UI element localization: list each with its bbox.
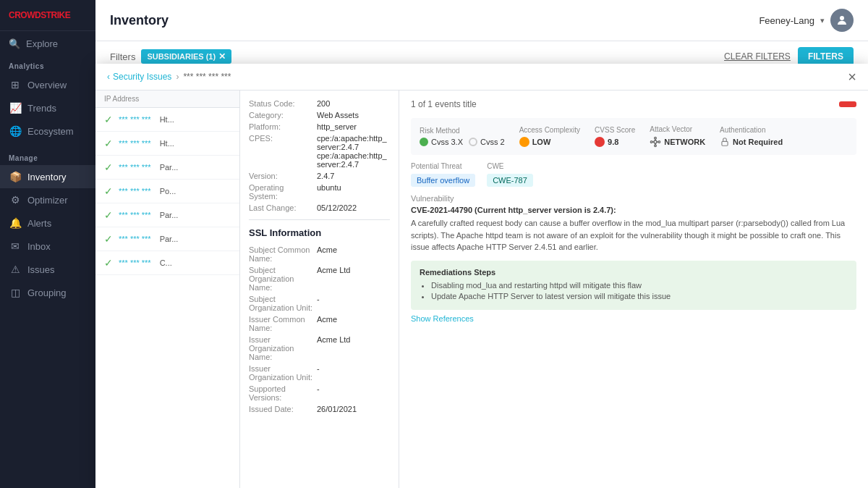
modal-security-panel: 1 of 1 events title Risk Method Cvss 3.X — [399, 91, 868, 488]
cvss3x-option[interactable]: Cvss 3.X — [420, 138, 463, 146]
subject-cn-label: Subject Common Name: — [249, 245, 314, 263]
chip-text: SUBSIDIARIES (1) — [147, 52, 216, 61]
potential-threat-group: Potential Threat Buffer overflow — [411, 162, 475, 187]
check-circle-icon: ✓ — [104, 138, 113, 149]
chip-close-icon[interactable]: ✕ — [218, 51, 226, 62]
ip-value: *** *** *** — [119, 115, 151, 124]
analytics-section-label: Analytics — [0, 56, 95, 73]
modal-list-item[interactable]: ✓ *** *** *** Par... — [95, 203, 239, 227]
red-action-button[interactable] — [839, 101, 856, 107]
access-value: LOW — [519, 137, 580, 147]
supported-versions-row: Supported Versions: - — [249, 384, 390, 402]
risk-method-item: Risk Method Cvss 3.X Cvss 2 — [420, 127, 505, 146]
cvss-score-value: 9.8 — [595, 137, 635, 147]
subject-org-label: Subject Organization Name: — [249, 266, 314, 292]
modal-close-icon[interactable]: × — [848, 70, 856, 84]
ecosystem-label: Ecosystem — [27, 126, 74, 137]
security-top-bar: 1 of 1 events title — [411, 99, 856, 109]
issuer-org-unit-val: - — [317, 364, 390, 382]
modal-list-item[interactable]: ✓ *** *** *** Po... — [95, 180, 239, 203]
alerts-label: Alerts — [27, 218, 51, 229]
os-row: Operating System: ubuntu — [249, 183, 390, 201]
modal-list-item[interactable]: ✓ *** *** *** C... — [95, 251, 239, 275]
auth-icon — [720, 137, 730, 147]
breadcrumb-separator: › — [176, 72, 179, 82]
issued-date-row: Issued Date: 26/01/2021 — [249, 405, 390, 413]
platform-label: Platform: — [249, 122, 314, 131]
issuer-org-unit-label: Issuer Organization Unit: — [249, 364, 314, 382]
sidebar-item-trends[interactable]: 📈 Trends — [0, 96, 95, 119]
check-circle-icon: ✓ — [104, 257, 113, 269]
sidebar: CROWDSTRIKE 🔍 Explore Analytics ⊞ Overvi… — [0, 0, 95, 488]
cvss3x-radio — [420, 138, 428, 146]
authentication-value: Not Required — [720, 137, 783, 147]
check-circle-icon: ✓ — [104, 233, 113, 245]
modal-list-item[interactable]: ✓ *** *** *** Ht... — [95, 132, 239, 156]
dropdown-arrow-icon[interactable]: ▾ — [820, 16, 825, 25]
back-icon[interactable]: ‹ — [107, 72, 110, 82]
sidebar-item-overview[interactable]: ⊞ Overview — [0, 73, 95, 96]
grouping-label: Grouping — [27, 287, 66, 298]
cvss2-option[interactable]: Cvss 2 — [469, 138, 505, 146]
issuer-org-val: Acme Ltd — [317, 335, 390, 361]
sidebar-item-issues[interactable]: ⚠ Issues — [0, 258, 95, 281]
sidebar-item-inbox[interactable]: ✉ Inbox — [0, 235, 95, 258]
authentication-label: Authentication — [720, 126, 783, 134]
vulnerability-section: Vulnerability CVE-2021-44790 (Current ht… — [411, 194, 856, 253]
modal-detail-panel: Status Code: 200 Category: Web Assets Pl… — [240, 91, 399, 488]
ip-value: *** *** *** — [119, 139, 151, 148]
check-circle-icon: ✓ — [104, 185, 113, 197]
show-references-link[interactable]: Show References — [411, 314, 474, 323]
security-count: 1 of 1 events title — [411, 99, 477, 109]
sidebar-item-optimizer[interactable]: ⚙ Optimizer — [0, 188, 95, 211]
remediation-title: Remediations Steps — [420, 268, 848, 277]
auth-val: Not Required — [733, 138, 783, 146]
low-indicator — [519, 137, 529, 147]
sidebar-item-alerts[interactable]: 🔔 Alerts — [0, 211, 95, 235]
supported-versions-val: - — [317, 384, 390, 402]
issuer-org-row: Issuer Organization Name: Acme Ltd — [249, 335, 390, 361]
security-modal: ‹ Security Issues › *** *** *** *** × IP… — [95, 64, 868, 488]
svg-point-31 — [651, 141, 653, 143]
modal-list-item[interactable]: ✓ *** *** *** Ht... — [95, 108, 239, 132]
modal-container: ‹ Security Issues › *** *** *** *** × IP… — [95, 64, 868, 488]
explore-button[interactable]: 🔍 Explore — [0, 31, 95, 56]
authentication-item: Authentication Not Required — [720, 126, 783, 147]
last-change-row: Last Change: 05/12/2022 — [249, 203, 390, 212]
modal-ip-list: IP Address ✓ *** *** *** Ht... ✓ *** ***… — [95, 91, 240, 488]
breadcrumb-ip: *** *** *** *** — [183, 72, 231, 82]
clear-filters-button[interactable]: CLEAR FILTERS — [724, 51, 791, 62]
sidebar-item-grouping[interactable]: ◫ Grouping — [0, 281, 95, 304]
sidebar-item-inventory[interactable]: 📦 Inventory — [0, 165, 95, 188]
divider — [249, 219, 390, 220]
ip-address-column-header: IP Address — [95, 91, 239, 108]
cwe-group: CWE CWE-787 — [487, 162, 533, 187]
inbox-label: Inbox — [27, 241, 51, 252]
cvss3x-label: Cvss 3.X — [431, 138, 463, 146]
breadcrumb-security-link[interactable]: Security Issues — [113, 72, 171, 82]
status-code-row: Status Code: 200 — [249, 99, 390, 108]
issuer-cn-label: Issuer Common Name: — [249, 315, 314, 332]
os-label: Operating System: — [249, 183, 314, 201]
svg-point-30 — [655, 145, 657, 147]
service-abbrev: Po... — [160, 187, 176, 195]
modal-list-item[interactable]: ✓ *** *** *** Par... — [95, 227, 239, 251]
inbox-icon: ✉ — [9, 240, 22, 252]
user-area: Feeney-Lang ▾ — [759, 9, 854, 32]
page-title: Inventory — [110, 13, 169, 28]
filter-chip-subsidiaries[interactable]: SUBSIDIARIES (1) ✕ — [141, 49, 231, 64]
service-abbrev: Ht... — [160, 139, 174, 148]
inventory-icon: 📦 — [9, 171, 22, 182]
issuer-org-label: Issuer Organization Name: — [249, 335, 314, 361]
svg-rect-37 — [722, 141, 728, 146]
service-abbrev: Par... — [160, 211, 179, 219]
ecosystem-icon: 🌐 — [9, 125, 22, 137]
cpes-row: CPES: cpe:/a:apache:http_server:2.4.7 cp… — [249, 134, 390, 169]
avatar — [830, 9, 854, 32]
cvss-score-num: 9.8 — [608, 138, 618, 146]
modal-list-item[interactable]: ✓ *** *** *** Par... — [95, 156, 239, 180]
risk-method-row: Risk Method Cvss 3.X Cvss 2 — [411, 118, 856, 155]
sidebar-item-ecosystem[interactable]: 🌐 Ecosystem — [0, 119, 95, 143]
cwe-label: CWE — [487, 162, 533, 170]
ip-value: *** *** *** — [119, 163, 151, 172]
